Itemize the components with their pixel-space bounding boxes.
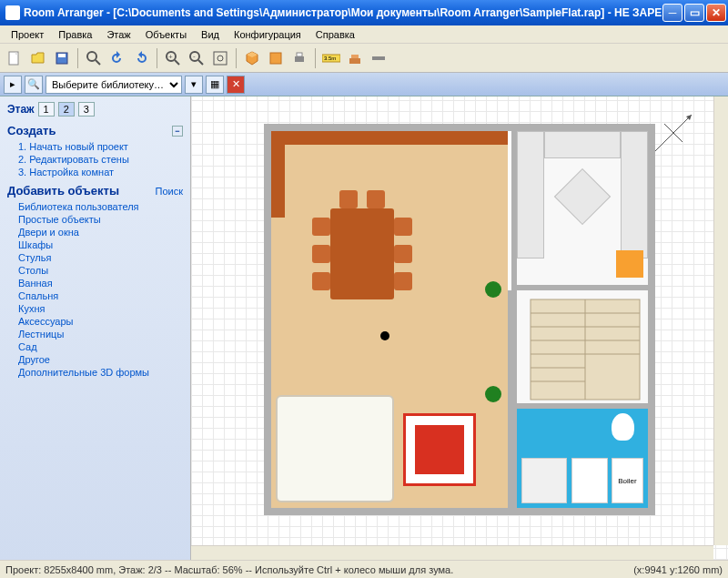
cat-wardrobes[interactable]: Шкафы bbox=[18, 238, 183, 251]
plant-icon[interactable] bbox=[485, 386, 501, 402]
wall-button[interactable] bbox=[368, 47, 389, 69]
svg-rect-11 bbox=[214, 52, 227, 65]
kitchen-counter[interactable] bbox=[544, 131, 621, 158]
create-room-settings[interactable]: 3. Настройка комнат bbox=[18, 166, 183, 178]
create-new-project[interactable]: 1. Начать новый проект bbox=[18, 140, 183, 153]
kitchen-appliance[interactable] bbox=[616, 250, 643, 278]
menu-project[interactable]: Проект bbox=[4, 27, 51, 42]
zoom-button[interactable] bbox=[83, 47, 105, 69]
coffee-table[interactable] bbox=[403, 413, 476, 486]
menubar: Проект Правка Этаж Объекты Вид Конфигура… bbox=[0, 25, 728, 44]
shelf-top[interactable] bbox=[271, 131, 508, 145]
floor-3-button[interactable]: 3 bbox=[78, 102, 95, 117]
shelf-left[interactable] bbox=[271, 145, 285, 218]
furniture-button[interactable] bbox=[344, 47, 366, 69]
titlebar: Room Arranger - [C:\Documents and Settin… bbox=[0, 0, 728, 25]
floorplan[interactable]: Boiler bbox=[264, 124, 655, 515]
menu-floor[interactable]: Этаж bbox=[99, 27, 137, 42]
search-link[interactable]: Поиск bbox=[156, 186, 183, 197]
chair[interactable] bbox=[312, 272, 330, 290]
menu-help[interactable]: Справка bbox=[308, 27, 362, 42]
horizontal-scrollbar[interactable] bbox=[191, 545, 713, 560]
chair[interactable] bbox=[312, 245, 330, 263]
canvas[interactable]: Boiler bbox=[191, 96, 728, 560]
chair[interactable] bbox=[339, 190, 358, 208]
menu-view[interactable]: Вид bbox=[194, 27, 227, 42]
room-bathroom[interactable]: Boiler bbox=[511, 403, 648, 508]
sidebar: Этаж 1 2 3 Создать − 1. Начать новый про… bbox=[0, 96, 191, 560]
chair[interactable] bbox=[367, 190, 385, 208]
cat-stairs[interactable]: Лестницы bbox=[18, 328, 183, 340]
floor-2-button[interactable]: 2 bbox=[58, 102, 75, 117]
cat-other[interactable]: Другое bbox=[18, 353, 183, 366]
chair[interactable] bbox=[394, 218, 412, 236]
cat-simple[interactable]: Простые объекты bbox=[18, 213, 183, 226]
lib-grid-icon[interactable]: ▦ bbox=[206, 76, 224, 94]
boiler[interactable]: Boiler bbox=[612, 458, 643, 503]
room-staircase[interactable] bbox=[511, 290, 648, 409]
print-button[interactable] bbox=[288, 47, 310, 69]
cat-doors-windows[interactable]: Двери и окна bbox=[18, 226, 183, 238]
view-2d-button[interactable] bbox=[265, 47, 287, 69]
sofa[interactable] bbox=[276, 395, 394, 502]
lamp-icon[interactable] bbox=[380, 331, 389, 340]
zoom-fit-button[interactable] bbox=[209, 47, 231, 69]
zoom-in-button[interactable]: + bbox=[162, 47, 184, 69]
cat-user-library[interactable]: Библиотека пользователя bbox=[18, 200, 183, 213]
cat-bathroom[interactable]: Ванная bbox=[18, 277, 183, 289]
undo-button[interactable] bbox=[106, 47, 128, 69]
chair[interactable] bbox=[394, 272, 412, 290]
toilet-icon[interactable] bbox=[612, 413, 634, 441]
measure-button[interactable]: 3.5m bbox=[320, 47, 342, 69]
floor-1-button[interactable]: 1 bbox=[38, 102, 55, 117]
svg-rect-19 bbox=[351, 55, 359, 58]
app-icon bbox=[5, 5, 20, 20]
maximize-button[interactable]: ▭ bbox=[684, 4, 704, 22]
create-edit-walls[interactable]: 2. Редактировать стены bbox=[18, 153, 183, 166]
bath-counter[interactable] bbox=[571, 458, 608, 503]
save-button[interactable] bbox=[51, 47, 73, 69]
kitchen-counter[interactable] bbox=[621, 131, 648, 259]
cat-tables[interactable]: Столы bbox=[18, 264, 183, 277]
lib-arrow-icon[interactable]: ▸ bbox=[4, 76, 22, 94]
plant-icon[interactable] bbox=[485, 281, 501, 298]
toolbar-main: + - 3.5m bbox=[0, 44, 728, 73]
open-button[interactable] bbox=[27, 47, 49, 69]
new-button[interactable] bbox=[4, 47, 25, 69]
cat-accessories[interactable]: Аксессуары bbox=[18, 315, 183, 328]
shower[interactable] bbox=[521, 458, 567, 503]
collapse-icon[interactable]: − bbox=[172, 126, 183, 137]
cat-3d-shapes[interactable]: Дополнительные 3D формы bbox=[18, 366, 183, 379]
cat-bedroom[interactable]: Спальня bbox=[18, 289, 183, 302]
svg-point-3 bbox=[87, 52, 96, 61]
svg-rect-20 bbox=[372, 56, 385, 60]
svg-text:-: - bbox=[193, 52, 196, 60]
zoom-out-button[interactable]: - bbox=[186, 47, 207, 69]
status-project-info: Проект: 8255x8400 mm, Этаж: 2/3 -- Масшт… bbox=[5, 564, 453, 575]
cat-garden[interactable]: Сад bbox=[18, 340, 183, 353]
lib-expand-icon[interactable]: ▾ bbox=[185, 76, 203, 94]
redo-button[interactable] bbox=[130, 47, 152, 69]
menu-config[interactable]: Конфигурация bbox=[227, 27, 308, 42]
lib-close-icon[interactable]: ✕ bbox=[227, 76, 245, 94]
menu-edit[interactable]: Правка bbox=[51, 27, 99, 42]
svg-text:+: + bbox=[168, 53, 173, 61]
room-living[interactable] bbox=[271, 131, 508, 508]
minimize-button[interactable]: ─ bbox=[662, 4, 682, 22]
kitchen-counter[interactable] bbox=[517, 131, 544, 259]
chair[interactable] bbox=[394, 245, 412, 263]
dining-table[interactable] bbox=[330, 208, 394, 299]
library-dropdown[interactable]: Выберите библиотеку… bbox=[46, 76, 182, 94]
room-kitchen[interactable] bbox=[511, 131, 648, 290]
menu-objects[interactable]: Объекты bbox=[138, 27, 194, 42]
cat-kitchen[interactable]: Кухня bbox=[18, 302, 183, 315]
close-button[interactable]: ✕ bbox=[706, 4, 726, 22]
create-header: Создать − bbox=[7, 124, 183, 137]
lib-search-icon[interactable]: 🔍 bbox=[25, 76, 43, 94]
cat-chairs[interactable]: Стулья bbox=[18, 251, 183, 264]
chair[interactable] bbox=[312, 218, 330, 236]
kitchen-sink[interactable] bbox=[554, 168, 611, 225]
vertical-scrollbar[interactable] bbox=[713, 96, 728, 545]
view-3d-button[interactable] bbox=[241, 47, 263, 69]
statusbar: Проект: 8255x8400 mm, Этаж: 2/3 -- Масшт… bbox=[0, 560, 728, 578]
